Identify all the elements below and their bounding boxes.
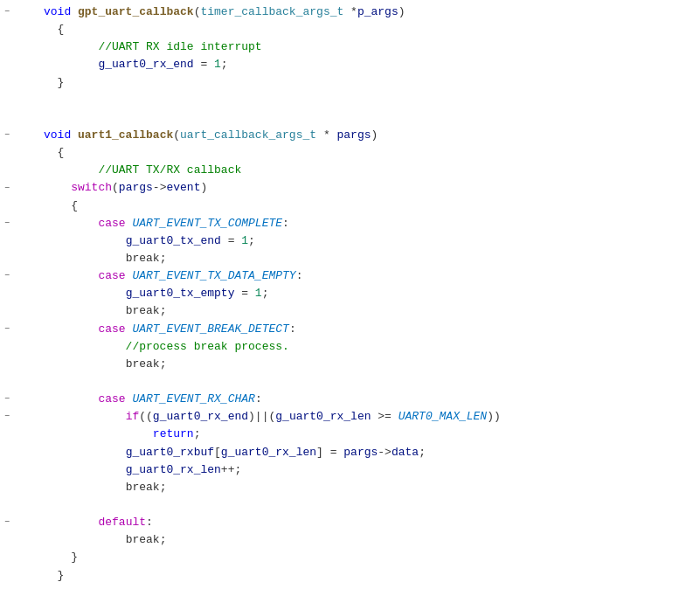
line-content: g_uart0_rx_len++; [40,461,700,479]
token-kw-if: if [126,410,140,423]
token-plain: ; [160,252,167,265]
line-content: void gpt_uart_callback(timer_callback_ar… [40,3,700,21]
token-plain: ; [160,533,167,546]
token-kw-break: break [126,533,160,546]
token-const-name: UART_EVENT_TX_DATA_EMPTY [132,269,295,282]
code-line-30: − default: [0,514,700,531]
token-const-name: UART_EVENT_BREAK_DETECT [132,322,288,336]
token-plain: ] = [316,446,343,459]
token-plain [44,217,98,230]
token-param-type: uart_callback_args_t [180,128,316,142]
fold-icon[interactable]: − [2,324,12,335]
token-plain: ; [419,446,426,459]
line-content: void uart1_callback(uart_callback_args_t… [40,127,700,144]
line-content [40,373,700,391]
fold-icon[interactable]: − [2,271,12,281]
token-plain: ++; [221,463,241,476]
line-content: //UART RX idle interrupt [40,38,700,56]
token-plain: = [234,287,254,300]
token-plain [44,357,126,371]
fold-icon[interactable]: − [2,517,12,528]
token-plain [44,252,126,265]
fold-icon[interactable]: − [2,394,12,405]
token-plain: ) [399,5,405,18]
token-plain: [ [214,446,221,459]
token-kw-case: case [98,392,132,405]
token-kw-break: break [126,304,160,317]
token-plain: (( [139,410,153,423]
token-plain [44,533,126,546]
code-line-2: { [0,21,700,38]
fold-icon[interactable]: − [2,130,12,141]
token-plain: : [289,322,296,336]
token-plain [44,287,126,300]
token-param-name: p_args [357,5,399,18]
token-member: data [392,446,419,459]
code-line-22 [0,373,700,391]
token-kw-break: break [126,357,160,371]
code-line-25: return; [0,426,700,443]
line-content: break; [40,479,700,496]
line-content: //process break process. [40,338,700,356]
line-content [40,92,700,109]
token-const-name: UART_EVENT_RX_CHAR [132,392,254,405]
code-line-29 [0,496,700,514]
token-kw-break: break [126,252,160,265]
token-plain: ( [173,128,180,142]
token-plain: = [221,234,241,247]
code-line-19: − case UART_EVENT_BREAK_DETECT: [0,321,700,338]
token-plain: : [146,516,153,529]
code-line-6 [0,92,700,109]
code-line-4: g_uart0_rx_end = 1; [0,56,700,73]
token-plain: ( [112,181,119,194]
line-content: g_uart0_rx_end = 1; [40,56,700,73]
code-line-17: g_uart0_tx_empty = 1; [0,285,700,302]
token-number: 1 [255,287,262,300]
code-line-18: break; [0,302,700,320]
fold-icon[interactable]: − [2,218,12,229]
code-line-16: − case UART_EVENT_TX_DATA_EMPTY: [0,267,700,285]
code-line-28: break; [0,479,700,496]
line-content: default: [40,514,700,531]
token-plain [44,322,98,336]
code-line-7 [0,109,700,127]
token-fn-name: uart1_callback [78,128,173,142]
line-content: if((g_uart0_rx_end)||(g_uart0_rx_len >= … [40,408,700,426]
token-const-name: UART0_MAX_LEN [399,410,487,423]
token-var-name: g_uart0_tx_empty [126,287,235,300]
token-kw-void: void [44,128,78,142]
token-kw-case: case [98,322,132,336]
token-plain [44,269,98,282]
token-number: 1 [241,234,248,247]
line-content: } [40,74,700,92]
line-content: g_uart0_tx_end = 1; [40,232,700,250]
code-line-33: } [0,567,700,585]
fold-icon[interactable]: − [2,412,12,422]
code-line-24: − if((g_uart0_rx_end)||(g_uart0_rx_len >… [0,408,700,426]
line-content: break; [40,356,700,373]
token-plain: ) [371,128,378,142]
token-kw-break: break [126,481,160,494]
line-content [40,109,700,127]
token-plain: ; [221,58,228,71]
fold-icon[interactable]: − [2,7,12,17]
token-plain: ; [160,481,167,494]
token-plain: )||( [248,410,275,423]
code-line-10: //UART TX/RX callback [0,162,700,179]
token-plain [44,58,98,71]
code-line-27: g_uart0_rx_len++; [0,461,700,479]
code-line-20: //process break process. [0,338,700,356]
token-comment: //UART TX/RX callback [44,163,241,177]
token-param-name: pargs [336,128,371,142]
fold-icon[interactable]: − [2,183,12,193]
line-content: break; [40,302,700,320]
token-member: event [166,181,200,194]
token-plain: ; [194,427,201,440]
token-plain: >= [371,410,399,423]
code-line-26: g_uart0_rxbuf[g_uart0_rx_len] = pargs->d… [0,444,700,461]
token-number: 1 [214,58,221,71]
line-content: } [40,567,700,585]
token-plain [44,516,98,529]
token-plain [44,304,126,317]
code-line-3: //UART RX idle interrupt [0,38,700,56]
